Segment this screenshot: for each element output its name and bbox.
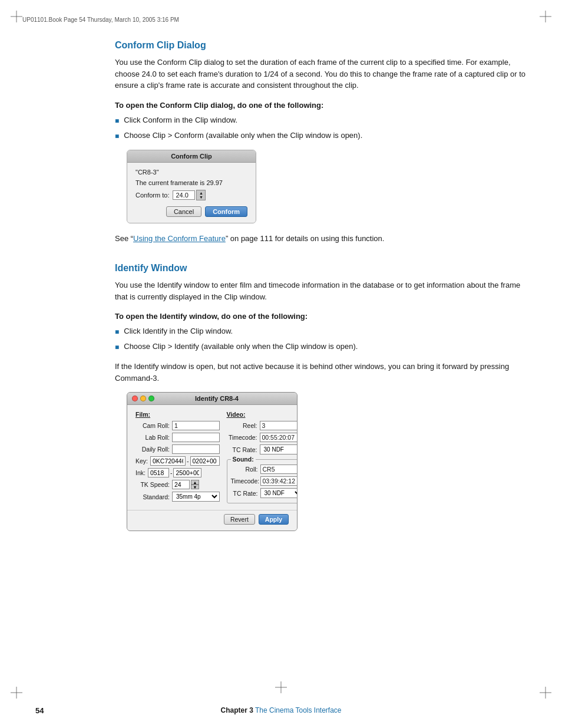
cam-roll-input[interactable] [172, 421, 220, 430]
standard-row: Standard: 35mm 4p [135, 492, 220, 502]
identify-window-body1: You use the Identify window to enter fil… [115, 279, 527, 302]
identify-dialog-title: Identify CR8-4 [159, 395, 275, 402]
sound-tc-rate-label: TC Rate: [231, 490, 258, 497]
minimize-button[interactable] [140, 396, 146, 401]
ref-link[interactable]: Using the Conform Feature [133, 234, 226, 243]
sound-roll-label: Roll: [231, 466, 258, 473]
conform-clip-name: "CR8-3" [135, 169, 247, 176]
daily-roll-row: Daily Roll: [135, 444, 220, 454]
lab-roll-input[interactable] [172, 433, 220, 442]
corner-mark-bottom-right [540, 687, 551, 699]
conform-stepper[interactable]: ▲ ▼ [196, 190, 206, 200]
bottom-crosshair [275, 681, 287, 696]
sound-tc-rate-select[interactable]: 30 NDF [260, 488, 297, 498]
identify-window-dialog: Identify CR8-4 Film: Cam Roll: Lab Roll: [127, 392, 297, 531]
close-button[interactable] [132, 396, 138, 401]
footer-title: The Cinema Tools Interface [255, 706, 342, 714]
bullet-icon: ■ [115, 342, 119, 353]
tk-speed-down-button[interactable]: ▼ [191, 485, 199, 489]
film-column: Film: Cam Roll: Lab Roll: Daily Roll: [135, 411, 220, 504]
video-label: Video: [227, 411, 297, 418]
ink-input1[interactable] [148, 468, 169, 477]
identify-window-bullets: ■ Click Identify in the Clip window. ■ C… [115, 325, 527, 353]
ref-after: ” on page 111 for details on using this … [226, 234, 385, 243]
ink-input2[interactable] [173, 468, 201, 477]
tk-speed-row: TK Speed: ▲ ▼ [135, 480, 220, 489]
main-content: Conform Clip Dialog You use the Conform … [115, 40, 527, 681]
key-sep: - [187, 457, 189, 465]
video-timecode-row: Timecode: [227, 433, 297, 442]
sound-label: Sound: [231, 456, 256, 463]
bullet-text: Choose Clip > Conform (available only wh… [124, 130, 362, 141]
header-bar: UP01101.Book Page 54 Thursday, March 10,… [22, 17, 540, 23]
video-sound-column: Video: Reel: Timecode: TC Rate: 30 NDF [227, 411, 297, 504]
conform-clip-heading: Conform Clip Dialog [115, 40, 527, 51]
ref-before: See “ [115, 234, 133, 243]
list-item: ■ Click Identify in the Clip window. [115, 325, 527, 337]
conform-to-input[interactable] [173, 190, 195, 200]
reel-input[interactable] [260, 421, 297, 430]
bullet-icon: ■ [115, 327, 119, 337]
corner-mark-bottom-left [11, 687, 22, 699]
conform-framerate-text: The current framerate is 29.97 [135, 179, 247, 186]
identify-window-body2: If the Identify window is open, but not … [115, 361, 527, 384]
conform-conform-button[interactable]: Conform [205, 206, 247, 217]
conform-clip-instruction: To open the Conform Clip dialog, do one … [115, 101, 527, 110]
conform-dialog-body: "CR8-3" The current framerate is 29.97 C… [127, 163, 256, 223]
identify-window-instruction: To open the Identify window, do one of t… [115, 312, 527, 321]
ink-row: Ink: - [135, 468, 220, 477]
tk-speed-input[interactable] [172, 480, 190, 489]
conform-dialog-buttons: Cancel Conform [135, 206, 247, 217]
list-item: ■ Choose Clip > Conform (available only … [115, 130, 527, 141]
tk-speed-up-button[interactable]: ▲ [191, 480, 199, 485]
reel-label: Reel: [227, 422, 257, 429]
bullet-icon: ■ [115, 131, 119, 141]
video-timecode-label: Timecode: [227, 434, 257, 441]
video-tc-rate-select[interactable]: 30 NDF [260, 444, 297, 454]
corner-mark-top-left [11, 11, 22, 22]
maximize-button[interactable] [148, 396, 154, 401]
tk-speed-label: TK Speed: [135, 481, 170, 488]
conform-clip-body1: You use the Conform Clip dialog to set t… [115, 57, 527, 91]
sound-roll-row: Roll: [231, 465, 297, 474]
conform-to-row: Conform to: ▲ ▼ [135, 190, 247, 200]
standard-select[interactable]: 35mm 4p [172, 492, 220, 502]
sound-timecode-row: Timecode: [231, 476, 297, 486]
identify-titlebar: Identify CR8-4 [127, 393, 297, 405]
sound-timecode-input[interactable] [260, 476, 297, 486]
conform-ref-text: See “Using the Conform Feature” on page … [115, 233, 527, 245]
lab-roll-label: Lab Roll: [135, 434, 170, 441]
bullet-text: Choose Clip > Identify (available only w… [124, 341, 358, 353]
revert-button[interactable]: Revert [224, 514, 255, 525]
key-input2[interactable] [190, 456, 220, 466]
sound-section: Sound: Roll: Timecode: TC Rate: [227, 459, 297, 503]
page-container: UP01101.Book Page 54 Thursday, March 10,… [0, 0, 562, 728]
bullet-text: Click Identify in the Clip window. [124, 325, 233, 337]
cam-roll-label: Cam Roll: [135, 422, 170, 429]
video-timecode-input[interactable] [260, 433, 297, 442]
list-item: ■ Choose Clip > Identify (available only… [115, 341, 527, 353]
video-tc-rate-label: TC Rate: [227, 446, 257, 453]
lab-roll-row: Lab Roll: [135, 433, 220, 442]
conform-cancel-button[interactable]: Cancel [166, 206, 201, 217]
bullet-icon: ■ [115, 116, 119, 126]
apply-button[interactable]: Apply [259, 514, 289, 525]
reel-row: Reel: [227, 421, 297, 430]
daily-roll-input[interactable] [172, 444, 220, 454]
ink-label: Ink: [135, 469, 146, 476]
header-text: UP01101.Book Page 54 Thursday, March 10,… [22, 17, 179, 23]
cam-roll-row: Cam Roll: [135, 421, 220, 430]
list-item: ■ Click Conform in the Clip window. [115, 114, 527, 126]
footer-chapter: Chapter 3 [220, 706, 253, 714]
conform-dialog-titlebar: Conform Clip [127, 150, 256, 163]
conform-dialog-title: Conform Clip [171, 153, 212, 160]
tk-speed-stepper-buttons: ▲ ▼ [191, 480, 199, 489]
identify-dialog-body: Film: Cam Roll: Lab Roll: Daily Roll: [127, 405, 297, 510]
key-label: Key: [135, 457, 148, 465]
page-number: 54 [35, 706, 44, 715]
sound-roll-input[interactable] [260, 465, 297, 474]
identify-dialog-footer: Revert Apply [127, 510, 297, 531]
corner-mark-top-right [540, 11, 551, 22]
key-input1[interactable] [150, 456, 186, 466]
tk-speed-stepper: ▲ ▼ [172, 480, 199, 489]
